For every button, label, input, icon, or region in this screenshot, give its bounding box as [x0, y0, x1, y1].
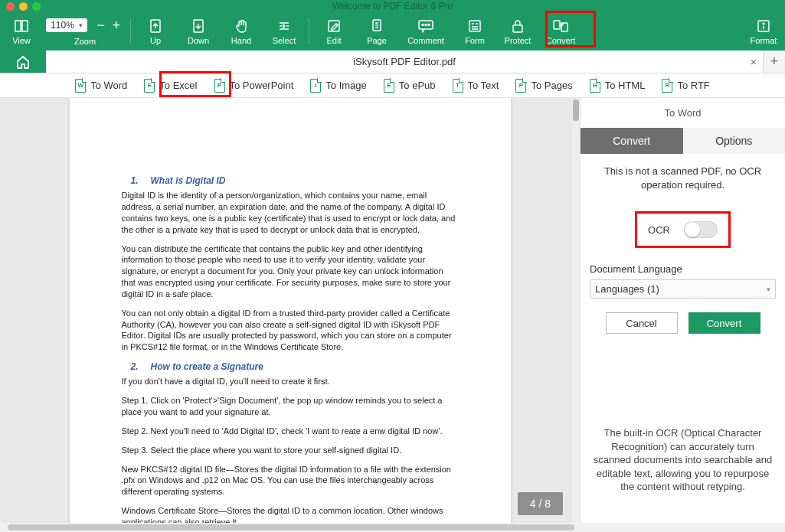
protect-button[interactable]: Protect — [496, 12, 539, 51]
arrow-down-icon — [191, 18, 206, 34]
document-tab[interactable]: iSkysoft PDF Editor.pdf × — [46, 51, 764, 73]
minimize-window-icon[interactable] — [19, 2, 28, 11]
form-button[interactable]: Form — [453, 12, 496, 51]
close-window-icon[interactable] — [6, 2, 15, 11]
svg-rect-11 — [513, 25, 522, 32]
svg-rect-0 — [15, 21, 21, 31]
file-icon: E — [384, 79, 394, 93]
comment-icon — [417, 18, 434, 34]
to-html-button[interactable]: HTo HTML — [585, 77, 650, 95]
cancel-button[interactable]: Cancel — [606, 312, 678, 334]
view-icon — [14, 18, 29, 34]
comment-label: Comment — [407, 36, 444, 45]
chevron-down-icon: ▾ — [79, 21, 83, 29]
action-row: Cancel Convert — [590, 312, 776, 334]
select-icon — [276, 18, 292, 34]
zoom-dropdown[interactable]: 110% ▾ — [46, 18, 87, 32]
file-icon: P — [214, 79, 225, 93]
svg-rect-12 — [554, 21, 560, 29]
zoom-out-button[interactable]: − — [93, 18, 109, 34]
convert-button[interactable]: Convert — [539, 12, 582, 51]
title-bar: Welcome to PDF Editor 6 Pro — [0, 0, 785, 12]
panel-tabs: Convert Options — [581, 128, 785, 154]
to-html-label: To HTML — [605, 80, 646, 91]
zoom-window-icon[interactable] — [32, 2, 41, 11]
vertical-scrollbar[interactable] — [572, 98, 580, 523]
svg-rect-10 — [469, 21, 480, 31]
zoom-value: 110% — [51, 20, 74, 31]
view-button[interactable]: View — [0, 12, 43, 51]
page-indicator: 4 / 8 — [518, 492, 563, 515]
panel-title: To Word — [581, 98, 785, 128]
tab-options[interactable]: Options — [683, 128, 786, 154]
window-controls — [6, 2, 41, 11]
file-icon: H — [590, 79, 600, 93]
toggle-knob — [685, 222, 700, 237]
svg-point-9 — [428, 24, 430, 26]
paragraph: Windows Certificate Store—Stores the dig… — [122, 505, 459, 523]
close-tab-button[interactable]: × — [751, 56, 757, 68]
zoom-in-button[interactable]: + — [109, 18, 124, 34]
home-button[interactable] — [0, 51, 46, 73]
to-word-button[interactable]: WTo Word — [70, 77, 132, 95]
down-button[interactable]: Down — [177, 12, 220, 51]
to-powerpoint-button[interactable]: PTo PowerPoint — [210, 77, 299, 95]
main-area: 1.What is Digital ID Digital ID is the i… — [0, 98, 785, 523]
language-select[interactable]: Languages (1) ▾ — [590, 279, 776, 299]
document-tab-title: iSkysoft PDF Editor.pdf — [353, 56, 456, 67]
to-epub-button[interactable]: ETo ePub — [379, 77, 440, 95]
home-icon — [15, 54, 31, 70]
to-excel-button[interactable]: ETo Excel — [139, 77, 201, 95]
page-button[interactable]: Page — [355, 12, 398, 51]
up-button[interactable]: Up — [134, 12, 177, 51]
ocr-toggle[interactable] — [684, 221, 718, 238]
ocr-message: This is not a scanned PDF, no OCR operat… — [590, 165, 776, 191]
heading-2: 2.How to create a Signature — [122, 361, 459, 373]
file-icon: T — [453, 79, 463, 93]
edit-label: Edit — [327, 36, 342, 45]
format-button[interactable]: Format — [742, 12, 785, 51]
zoom-group: 110% ▾ − + Zoom — [43, 12, 127, 51]
form-label: Form — [465, 36, 485, 45]
paragraph: New PKCS#12 digital ID file—Stores the d… — [122, 464, 459, 498]
protect-label: Protect — [505, 36, 532, 45]
to-pages-button[interactable]: PTo Pages — [511, 77, 577, 95]
panel-body: This is not a scanned PDF, no OCR operat… — [581, 154, 785, 523]
paragraph: If you don't have a digital ID, you'll n… — [122, 376, 459, 387]
paragraph: Step 2. Next you'll need to 'Add Digital… — [122, 426, 459, 437]
lock-icon — [510, 18, 525, 34]
file-icon: R — [662, 79, 672, 93]
to-text-button[interactable]: TTo Text — [448, 77, 504, 95]
language-value: Languages (1) — [595, 283, 659, 295]
convert-toolbar: WTo Word ETo Excel PTo PowerPoint ITo Im… — [0, 73, 785, 98]
to-epub-label: To ePub — [399, 80, 436, 91]
convert-panel: To Word Convert Options This is not a sc… — [580, 98, 785, 523]
horizontal-scrollbar[interactable] — [0, 523, 785, 532]
select-button[interactable]: Select — [263, 12, 306, 51]
hand-button[interactable]: Hand — [220, 12, 263, 51]
to-text-label: To Text — [468, 80, 499, 91]
highlight-box: OCR — [635, 211, 731, 248]
app-title: Welcome to PDF Editor 6 Pro — [332, 1, 453, 11]
convert-action-button[interactable]: Convert — [689, 312, 760, 334]
document-viewport[interactable]: 1.What is Digital ID Digital ID is the i… — [0, 98, 580, 523]
svg-rect-1 — [22, 21, 28, 31]
scroll-thumb[interactable] — [573, 100, 579, 121]
comment-button[interactable]: Comment — [398, 12, 453, 51]
to-image-label: To Image — [325, 80, 366, 91]
to-excel-label: To Excel — [159, 80, 197, 91]
info-icon — [756, 18, 771, 34]
scroll-thumb[interactable] — [8, 524, 574, 530]
tab-convert[interactable]: Convert — [581, 128, 683, 154]
new-tab-button[interactable]: + — [764, 51, 785, 73]
to-image-button[interactable]: ITo Image — [306, 77, 371, 95]
convert-label: Convert — [546, 36, 576, 45]
to-rtf-label: To RTF — [677, 80, 709, 91]
edit-button[interactable]: Edit — [312, 12, 355, 51]
to-word-label: To Word — [90, 80, 127, 91]
file-icon: P — [515, 79, 526, 93]
to-rtf-button[interactable]: RTo RTF — [657, 77, 714, 95]
ocr-toggle-row: OCR — [590, 202, 776, 257]
file-icon: I — [310, 79, 321, 93]
main-toolbar: View 110% ▾ − + Zoom Up Down Hand Select… — [0, 12, 785, 51]
